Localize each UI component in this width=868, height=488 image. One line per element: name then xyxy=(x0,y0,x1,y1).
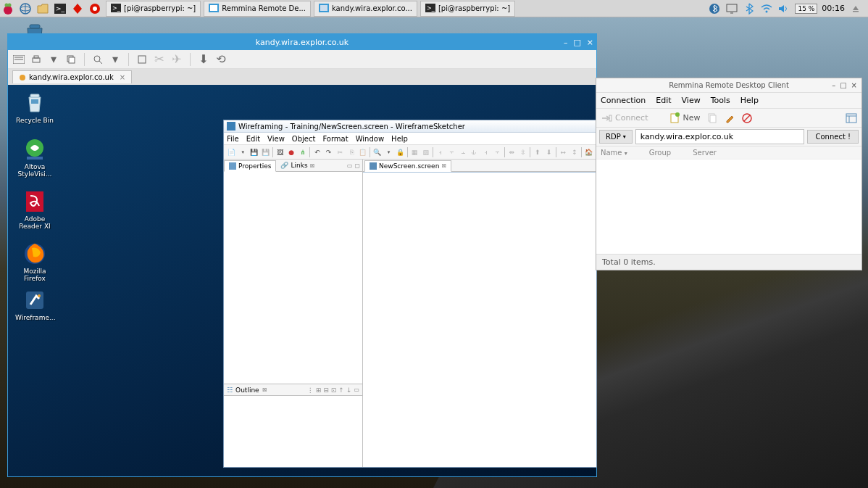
copy-toolbar-icon[interactable] xyxy=(707,112,717,124)
web-browser-icon[interactable] xyxy=(18,1,33,16)
zoom-icon[interactable] xyxy=(91,53,104,66)
tab-close-icon[interactable]: × xyxy=(120,73,125,81)
menu-window[interactable]: Window xyxy=(356,135,384,143)
lock-icon[interactable]: 🔒 xyxy=(396,147,405,157)
minimize-pane-icon[interactable]: ▭ xyxy=(347,162,353,169)
outline-label[interactable]: Outline xyxy=(235,386,259,394)
minimize-button[interactable]: – xyxy=(832,81,835,89)
connection-list[interactable] xyxy=(596,160,861,254)
menu-raspberry-icon[interactable] xyxy=(1,1,15,16)
battery-indicator[interactable]: 15 % xyxy=(795,4,817,14)
dropdown-arrow-icon[interactable]: ▾ xyxy=(109,53,122,66)
task-remmina[interactable]: Remmina Remote De... xyxy=(204,1,311,17)
menu-file[interactable]: File xyxy=(227,135,239,143)
wfs-titlebar[interactable]: Wireframing - Training/NewScreen.screen … xyxy=(224,120,596,133)
cut-icon[interactable]: ✂ xyxy=(335,147,345,157)
menu-format[interactable]: Format xyxy=(322,135,348,143)
outline-tool-icon[interactable]: ⊞ xyxy=(316,386,322,394)
dropdown-icon[interactable]: ▾ xyxy=(384,147,393,157)
menu-tools[interactable]: Tools xyxy=(711,96,730,105)
col-group[interactable]: Group xyxy=(649,149,671,157)
fit-width-icon[interactable]: ↔ xyxy=(559,147,568,157)
new-icon[interactable]: 📄 xyxy=(227,147,236,157)
save-all-icon[interactable]: 💾 xyxy=(261,147,270,157)
copy-icon[interactable] xyxy=(64,53,78,66)
ungroup-icon[interactable]: ▧ xyxy=(421,147,430,157)
outline-tool-icon[interactable]: ↑ xyxy=(338,386,344,394)
wolfram-icon[interactable] xyxy=(88,1,102,16)
terminal-icon[interactable]: >_ xyxy=(53,1,67,16)
group-icon[interactable]: ▦ xyxy=(410,147,420,157)
firefox-icon[interactable]: Mozilla Firefox xyxy=(15,241,54,282)
altova-icon[interactable]: Altova StyleVisi... xyxy=(15,137,54,178)
save-icon[interactable]: 💾 xyxy=(250,147,259,157)
undo-icon[interactable]: ↶ xyxy=(312,147,322,157)
align-bottom-icon[interactable]: ⫟ xyxy=(493,147,502,157)
dropdown-arrow-icon[interactable]: ▾ xyxy=(47,53,60,66)
menu-help[interactable]: Help xyxy=(391,135,408,143)
fit-height-icon[interactable]: ↕ xyxy=(570,147,580,157)
align-middle-icon[interactable]: ⫞ xyxy=(481,147,491,157)
paste-icon[interactable]: 📋 xyxy=(359,147,368,157)
delete-toolbar-icon[interactable] xyxy=(742,113,752,123)
bluetooth-tray-icon[interactable] xyxy=(743,2,756,15)
adobe-reader-icon[interactable]: Adobe Reader XI xyxy=(15,189,54,230)
tools-icon[interactable]: ✂ xyxy=(153,53,166,66)
task-terminal-2[interactable]: >_[pi@raspberrypi: ~] xyxy=(420,1,515,17)
preferences-toolbar-icon[interactable] xyxy=(846,113,857,123)
fullscreen-icon[interactable] xyxy=(135,53,149,66)
task-kandy[interactable]: kandy.wira.explor.co... xyxy=(314,1,417,17)
menu-view[interactable]: View xyxy=(682,96,701,105)
remmina-client-titlebar[interactable]: Remmina Remote Desktop Client – □ × xyxy=(596,78,861,93)
menu-view[interactable]: View xyxy=(267,135,285,143)
align-right-icon[interactable]: ⫠ xyxy=(459,147,468,157)
menu-help[interactable]: Help xyxy=(740,96,759,105)
bring-front-icon[interactable]: ⬆ xyxy=(533,147,542,157)
keyboard-icon[interactable] xyxy=(12,53,25,66)
dropdown-icon[interactable]: ▾ xyxy=(238,147,248,157)
mathematica-icon[interactable] xyxy=(70,1,85,16)
export-image-icon[interactable]: 🖼 xyxy=(275,147,285,157)
outline-tool-icon[interactable]: ↓ xyxy=(346,386,352,394)
new-toolbar-button[interactable]: New xyxy=(669,112,700,124)
clock[interactable]: 00:16 xyxy=(822,4,845,13)
address-input[interactable] xyxy=(635,129,805,144)
connect-toolbar-button[interactable]: Connect xyxy=(601,113,648,123)
connect-button[interactable]: Connect ! xyxy=(807,130,859,144)
col-name[interactable]: Name ▾ xyxy=(601,149,627,157)
close-button[interactable]: × xyxy=(851,81,857,89)
outline-tool-icon[interactable]: ⋮ xyxy=(307,386,314,394)
menu-edit[interactable]: Edit xyxy=(246,135,260,143)
align-top-icon[interactable]: ⫝ xyxy=(470,147,479,157)
session-tab[interactable]: kandy.wira.explor.co.uk × xyxy=(12,70,132,83)
maximize-button[interactable]: □ xyxy=(840,81,846,89)
zoom-in-icon[interactable]: 🔍 xyxy=(372,147,382,157)
align-center-icon[interactable]: ⫟ xyxy=(447,147,456,157)
outline-tool-icon[interactable]: ⊟ xyxy=(323,386,329,394)
maximize-pane-icon[interactable]: ▢ xyxy=(354,162,360,169)
eject-icon[interactable] xyxy=(849,2,862,15)
distribute-h-icon[interactable]: ⇹ xyxy=(507,147,517,157)
menu-edit[interactable]: Edit xyxy=(656,96,671,105)
copy-icon[interactable]: ⎘ xyxy=(347,147,356,157)
wfs-canvas[interactable] xyxy=(363,172,596,467)
maximize-button[interactable]: □ xyxy=(573,38,580,47)
close-button[interactable]: × xyxy=(587,38,593,47)
display-config-icon[interactable] xyxy=(725,2,738,15)
volume-icon[interactable] xyxy=(777,2,790,15)
send-icon[interactable]: ✈ xyxy=(170,53,183,66)
send-back-icon[interactable]: ⬇ xyxy=(544,147,554,157)
bluetooth-app-icon[interactable] xyxy=(708,2,721,15)
edit-toolbar-icon[interactable] xyxy=(725,113,735,123)
distribute-v-icon[interactable]: ⇳ xyxy=(519,147,528,157)
home-icon[interactable]: 🏠 xyxy=(584,147,593,157)
align-left-icon[interactable]: ⫞ xyxy=(435,147,445,157)
editor-tab[interactable]: NewScreen.screen ⊠ xyxy=(364,160,451,172)
file-manager-icon[interactable] xyxy=(36,1,50,16)
menu-connection[interactable]: Connection xyxy=(601,96,646,105)
task-terminal-1[interactable]: >_[pi@raspberrypi: ~] xyxy=(106,1,201,17)
wireframesketcher-icon[interactable]: Wireframe... xyxy=(15,288,54,321)
col-server[interactable]: Server xyxy=(693,149,717,157)
menu-object[interactable]: Object xyxy=(292,135,316,143)
outline-tool-icon[interactable]: ⊡ xyxy=(331,386,337,394)
